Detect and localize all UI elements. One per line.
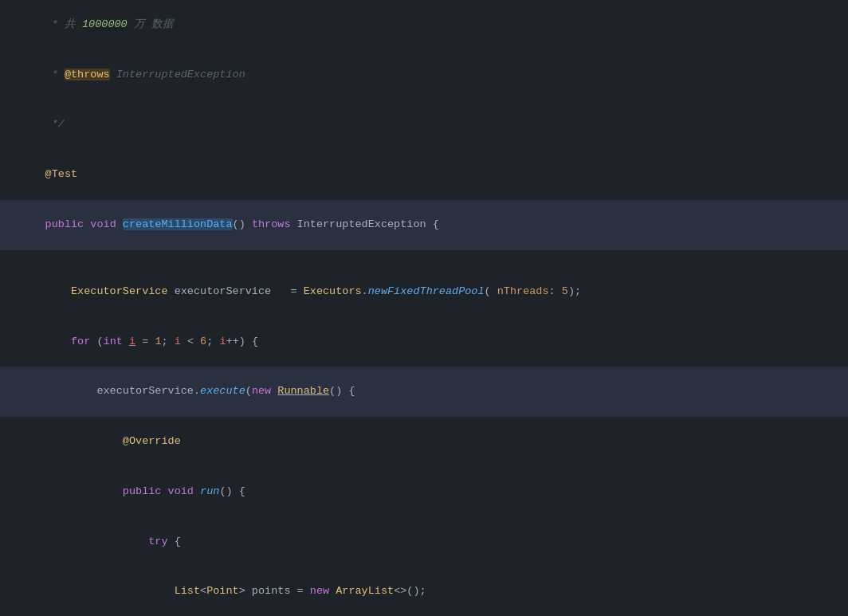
code-line-3: */	[0, 100, 848, 151]
code-line-8: for (int i = 1; i < 6; i++) {	[0, 317, 848, 367]
code-line-11: public void run() {	[0, 467, 848, 517]
code-editor: * 共 1000000 万 数据 * @throws InterruptedEx…	[0, 0, 848, 616]
code-line-12: try {	[0, 517, 848, 567]
code-line-5: public void createMillionData() throws I…	[0, 200, 848, 250]
code-line-7: ExecutorService executorService = Execut…	[0, 267, 848, 317]
code-line-2: * @throws InterruptedException	[0, 50, 848, 100]
code-line-13: List<Point> points = new ArrayList<>();	[0, 567, 848, 616]
code-line-10: @Override	[0, 417, 848, 467]
code-line-9: executorService.execute(new Runnable() {	[0, 367, 848, 417]
code-line-6	[0, 250, 848, 267]
code-line-4: @Test	[0, 150, 848, 200]
code-line-1: * 共 1000000 万 数据	[0, 0, 848, 50]
